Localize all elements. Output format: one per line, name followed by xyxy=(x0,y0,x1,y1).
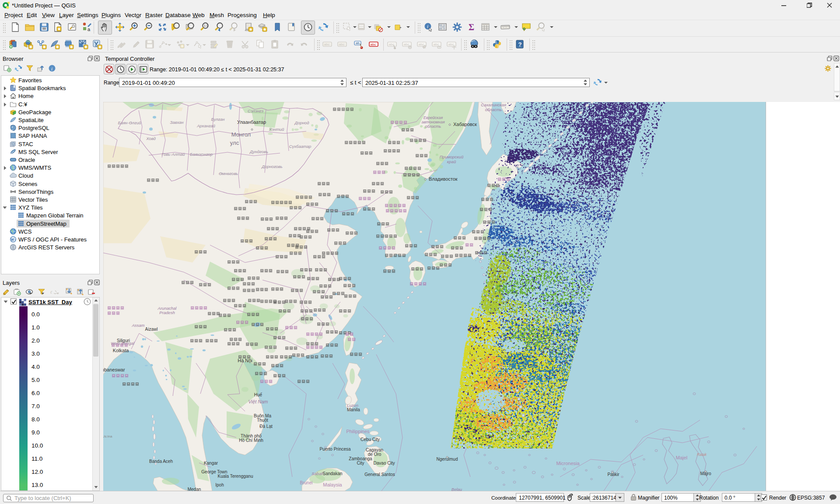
svg-text:область: область xyxy=(425,124,441,129)
svg-text:abc: abc xyxy=(404,42,410,46)
svg-text:Puerto Princesa: Puerto Princesa xyxy=(319,447,351,452)
svg-text:Brunei: Brunei xyxy=(300,480,313,485)
svg-text:край: край xyxy=(447,159,456,164)
svg-text:Ratak: Ratak xyxy=(697,452,707,457)
svg-text:Bhubaneswar: Bhubaneswar xyxy=(103,367,125,372)
svg-text:Micronesia: Micronesia xyxy=(556,461,580,466)
svg-text:Cebu City: Cebu City xyxy=(360,437,380,442)
svg-text:i: i xyxy=(427,24,428,29)
svg-text:Hà Nội: Hà Nội xyxy=(238,358,252,363)
svg-text:Sandakan: Sandakan xyxy=(322,471,342,476)
svg-text:Huế: Huế xyxy=(254,392,262,397)
svg-text:Σ: Σ xyxy=(469,22,474,32)
svg-text:City: City xyxy=(357,461,364,466)
svg-text:Thuột: Thuột xyxy=(257,418,268,423)
svg-text:Баянхонгор: Баянхонгор xyxy=(190,152,213,157)
svg-text:abc: abc xyxy=(371,42,376,46)
svg-text:a: a xyxy=(88,27,91,32)
svg-text:Сахалинская: Сахалинская xyxy=(481,102,506,107)
svg-text:Еврейская: Еврейская xyxy=(424,116,443,120)
svg-text:Kangar: Kangar xyxy=(204,461,218,466)
svg-text:Aizawl: Aizawl xyxy=(145,327,158,332)
svg-text:abc: abc xyxy=(434,42,439,46)
svg-text:Banda Aceh: Banda Aceh xyxy=(149,459,173,464)
svg-text:?: ? xyxy=(518,41,522,48)
svg-text:Дорноговь: Дорноговь xyxy=(261,164,283,169)
svg-text:Đà Lạt: Đà Lạt xyxy=(259,424,273,429)
svg-text:Medan: Medan xyxy=(188,487,201,491)
svg-text:автономная: автономная xyxy=(422,120,445,124)
svg-text:Сүхбаатар: Сүхбаатар xyxy=(289,144,312,149)
svg-text:Assam: Assam xyxy=(131,323,144,328)
svg-text:abc: abc xyxy=(324,42,330,46)
svg-text:Ipoh: Ipoh xyxy=(215,483,224,487)
svg-text:ε: ε xyxy=(50,289,52,295)
svg-text:улс: улс xyxy=(230,140,239,146)
svg-text:Хэнтий: Хэнтий xyxy=(269,127,284,132)
svg-text:Улаанбаатар: Улаанбаатар xyxy=(237,119,266,125)
svg-text:Manila: Manila xyxy=(347,407,360,412)
svg-text:Приморский: Приморский xyxy=(440,154,464,159)
svg-text:Дундговь: Дундговь xyxy=(249,149,268,154)
svg-text:ab: ab xyxy=(356,41,359,45)
svg-text:Davao City: Davao City xyxy=(374,461,395,466)
svg-text:Việt Nam: Việt Nam xyxy=(248,399,268,404)
svg-text:Kolkata: Kolkata xyxy=(113,348,130,353)
svg-text:Hồ Chí Minh: Hồ Chí Minh xyxy=(239,438,263,443)
svg-text:West Bengal: West Bengal xyxy=(111,341,135,346)
svg-text:General Santos: General Santos xyxy=(364,472,395,477)
svg-text:Palikir: Palikir xyxy=(607,472,620,477)
svg-text:Kuala Terengganu: Kuala Terengganu xyxy=(218,474,253,479)
svg-text:область: область xyxy=(485,107,502,112)
svg-text:Pradesh: Pradesh xyxy=(159,310,175,315)
svg-text:Ховд: Ховд xyxy=(146,136,155,141)
svg-text:1:1: 1:1 xyxy=(204,24,208,27)
svg-text:abc: abc xyxy=(419,42,424,46)
svg-text:Баян-Өлгий: Баян-Өлгий xyxy=(118,120,142,125)
svg-text:Өмнөговь: Өмнөговь xyxy=(219,171,238,176)
svg-text:Majel: Majel xyxy=(676,455,687,460)
svg-text:Говь-Алтай: Говь-Алтай xyxy=(161,152,185,157)
svg-text:Sabah: Sabah xyxy=(312,471,323,476)
svg-text:Philippines: Philippines xyxy=(346,429,370,434)
svg-text:abc: abc xyxy=(448,42,454,46)
svg-text:Завхан: Завхан xyxy=(170,120,184,125)
svg-text:Дорнод: Дорнод xyxy=(294,120,309,125)
svg-text:Us:ina: Us:ina xyxy=(103,434,112,438)
svg-text:Владивосток: Владивосток xyxy=(429,176,458,182)
svg-text:Malaysia: Malaysia xyxy=(323,482,342,487)
svg-text:Belau: Belau xyxy=(452,487,462,491)
svg-text:Булган: Булган xyxy=(211,117,225,122)
svg-text:abc: abc xyxy=(389,42,395,46)
svg-text:Монгол: Монгол xyxy=(231,131,251,138)
svg-text:Хабаровск: Хабаровск xyxy=(453,122,477,127)
svg-text:abc: abc xyxy=(339,42,345,46)
svg-text:Архангай: Архангай xyxy=(196,123,215,128)
svg-text:Сэлэнгэ: Сэлэнгэ xyxy=(248,108,263,113)
svg-text:i: i xyxy=(51,66,52,71)
